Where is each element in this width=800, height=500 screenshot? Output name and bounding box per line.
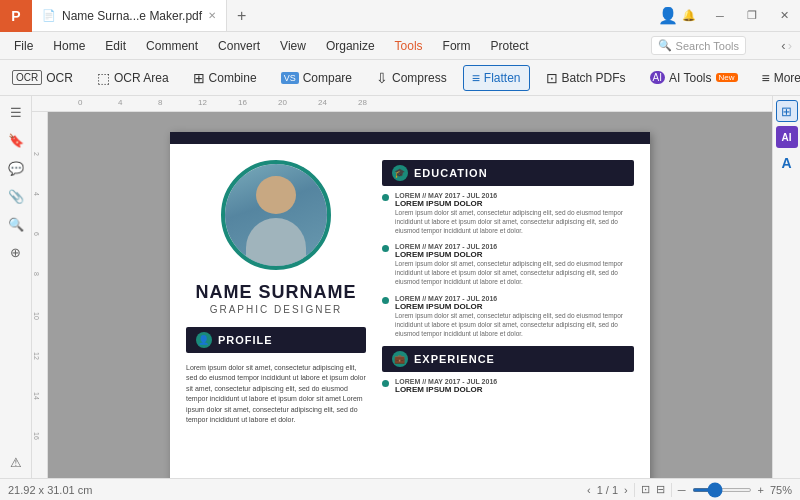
- pdf-right-column: 🎓 EDUCATION LOREM // MAY 2017 - JUL 2016…: [382, 160, 634, 430]
- more-icon: ≡: [762, 70, 770, 86]
- sidebar-warning-icon[interactable]: ⚠: [4, 450, 28, 474]
- app-icon-letter: P: [11, 8, 20, 24]
- left-sidebar: ☰ 🔖 💬 📎 🔍 ⊕ ⚠: [0, 96, 32, 478]
- profile-section-icon: 👤: [196, 332, 212, 348]
- combine-label: Combine: [209, 71, 257, 85]
- menu-back-button[interactable]: ‹: [781, 38, 785, 53]
- zoom-slider[interactable]: [692, 488, 752, 492]
- experience-label: EXPERIENCE: [414, 353, 495, 365]
- new-tab-button[interactable]: +: [227, 7, 256, 25]
- menu-tools[interactable]: Tools: [385, 35, 433, 57]
- tab-title: Name Surna...e Maker.pdf: [62, 9, 202, 23]
- canvas-container[interactable]: NAME SURNAME GRAPHIC DESIGNER 👤 PROFILE …: [48, 112, 772, 478]
- edu-desc-1: Lorem ipsum dolor sit amet, consectetur …: [395, 208, 634, 235]
- person-job-title: GRAPHIC DESIGNER: [195, 304, 356, 315]
- combine-icon: ⊞: [193, 70, 205, 86]
- flatten-button[interactable]: ≡ Flatten: [463, 65, 530, 91]
- edu-content-1: LOREM // MAY 2017 - JUL 2016 LOREM IPSUM…: [395, 192, 634, 235]
- edu-dot-1: [382, 194, 389, 201]
- statusbar-right: ‹ 1 / 1 › ⊡ ⊟ ─ + 75%: [587, 483, 792, 497]
- menu-organize[interactable]: Organize: [316, 35, 385, 57]
- search-placeholder: Search Tools: [676, 40, 739, 52]
- edu-item-2: LOREM // MAY 2017 - JUL 2016 LOREM IPSUM…: [382, 243, 634, 286]
- right-panel-icon-2[interactable]: AI: [776, 126, 798, 148]
- menu-protect[interactable]: Protect: [481, 35, 539, 57]
- menu-forward-button[interactable]: ›: [788, 38, 792, 53]
- document-tab[interactable]: 📄 Name Surna...e Maker.pdf ✕: [32, 0, 227, 31]
- tab-close-button[interactable]: ✕: [208, 10, 216, 21]
- sidebar-bookmark-icon[interactable]: 🔖: [4, 128, 28, 152]
- edu-date-2: LOREM // MAY 2017 - JUL 2016: [395, 243, 634, 250]
- batch-pdfs-button[interactable]: ⊡ Batch PDFs: [538, 66, 634, 90]
- fit-page-icon[interactable]: ⊡: [641, 483, 650, 496]
- minimize-button[interactable]: ─: [704, 0, 736, 32]
- profile-text: Lorem ipsum dolor sit amet, consectetur …: [186, 359, 366, 430]
- zoom-in-icon[interactable]: +: [758, 484, 764, 496]
- edu-desc-2: Lorem ipsum dolor sit amet, consectetur …: [395, 259, 634, 286]
- more-button[interactable]: ≡ More ▾: [754, 66, 800, 90]
- menu-edit[interactable]: Edit: [95, 35, 136, 57]
- ai-tools-badge: New: [716, 73, 738, 82]
- education-section-icon: 🎓: [392, 165, 408, 181]
- edu-item-1: LOREM // MAY 2017 - JUL 2016 LOREM IPSUM…: [382, 192, 634, 235]
- window-controls: ─ ❐ ✕: [704, 0, 800, 32]
- ocr-area-button[interactable]: ⬚ OCR Area: [89, 66, 177, 90]
- ocr-area-label: OCR Area: [114, 71, 169, 85]
- fit-width-icon[interactable]: ⊟: [656, 483, 665, 496]
- vertical-ruler: 2 4 6 8 10 12 14 16: [32, 112, 48, 478]
- more-label: More: [774, 71, 800, 85]
- sidebar-layers-icon[interactable]: ⊕: [4, 240, 28, 264]
- sidebar-thumbnail-icon[interactable]: ☰: [4, 100, 28, 124]
- profile-section-header: 👤 PROFILE: [186, 327, 366, 353]
- edu-date-3: LOREM // MAY 2017 - JUL 2016: [395, 295, 634, 302]
- menu-form[interactable]: Form: [433, 35, 481, 57]
- right-panel-icon-3[interactable]: A: [776, 152, 798, 174]
- flatten-label: Flatten: [484, 71, 521, 85]
- restore-button[interactable]: ❐: [736, 0, 768, 32]
- next-page-button[interactable]: ›: [624, 484, 628, 496]
- menu-view[interactable]: View: [270, 35, 316, 57]
- edu-title-3: LOREM IPSUM DOLOR: [395, 302, 634, 311]
- menu-file[interactable]: File: [4, 35, 43, 57]
- person-body-shape: [246, 218, 306, 266]
- prev-page-button[interactable]: ‹: [587, 484, 591, 496]
- ocr-button[interactable]: OCR OCR: [4, 66, 81, 89]
- compress-button[interactable]: ⇩ Compress: [368, 66, 455, 90]
- profile-section: 👤 PROFILE Lorem ipsum dolor sit amet, co…: [186, 327, 366, 430]
- search-icon: 🔍: [658, 39, 672, 52]
- name-title-block: NAME SURNAME GRAPHIC DESIGNER: [195, 282, 356, 315]
- dimensions-text: 21.92 x 31.01 cm: [8, 484, 92, 496]
- edu-dot-2: [382, 245, 389, 252]
- pdf-page: NAME SURNAME GRAPHIC DESIGNER 👤 PROFILE …: [170, 132, 650, 478]
- sidebar-attachment-icon[interactable]: 📎: [4, 184, 28, 208]
- toolbar: OCR OCR ⬚ OCR Area ⊞ Combine VS Compare …: [0, 60, 800, 96]
- right-panel-icon-1[interactable]: ⊞: [776, 100, 798, 122]
- experience-section-icon: 💼: [392, 351, 408, 367]
- ai-tools-button[interactable]: AI AI Tools New: [642, 67, 746, 89]
- batch-pdfs-label: Batch PDFs: [562, 71, 626, 85]
- menu-home[interactable]: Home: [43, 35, 95, 57]
- person-name: NAME SURNAME: [195, 282, 356, 304]
- combine-button[interactable]: ⊞ Combine: [185, 66, 265, 90]
- ocr-area-icon: ⬚: [97, 70, 110, 86]
- pdf-top-bar: [170, 132, 650, 144]
- page-info: 1 / 1: [597, 484, 618, 496]
- exp-content-1: LOREM // MAY 2017 - JUL 2016 LOREM IPSUM…: [395, 378, 497, 394]
- menu-extra-controls: ‹ ›: [746, 38, 796, 53]
- close-button[interactable]: ✕: [768, 0, 800, 32]
- edu-desc-3: Lorem ipsum dolor sit amet, consectetur …: [395, 311, 634, 338]
- compare-icon: VS: [281, 72, 299, 84]
- menu-comment[interactable]: Comment: [136, 35, 208, 57]
- notification-icon: 🔔: [682, 9, 696, 22]
- sidebar-search-icon[interactable]: 🔍: [4, 212, 28, 236]
- edu-title-2: LOREM IPSUM DOLOR: [395, 250, 634, 259]
- sidebar-comment-icon[interactable]: 💬: [4, 156, 28, 180]
- user-icons-area: 👤 🔔: [650, 6, 704, 25]
- compare-button[interactable]: VS Compare: [273, 67, 360, 89]
- menu-convert[interactable]: Convert: [208, 35, 270, 57]
- search-tools-box[interactable]: 🔍 Search Tools: [651, 36, 746, 55]
- ocr-label: OCR: [46, 71, 73, 85]
- zoom-out-icon[interactable]: ─: [678, 484, 686, 496]
- pdf-content: NAME SURNAME GRAPHIC DESIGNER 👤 PROFILE …: [170, 144, 650, 446]
- edu-content-3: LOREM // MAY 2017 - JUL 2016 LOREM IPSUM…: [395, 295, 634, 338]
